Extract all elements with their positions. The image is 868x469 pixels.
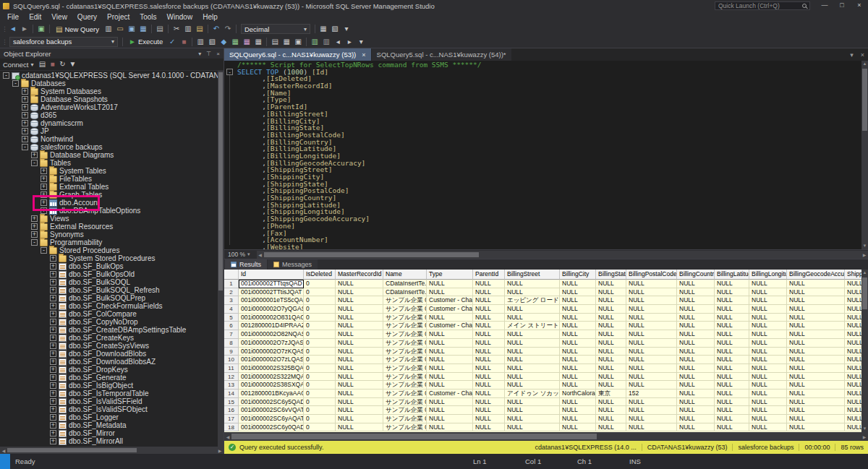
grid-cell[interactable]: NULL — [560, 423, 596, 432]
grid-cell[interactable]: NULL — [473, 339, 505, 348]
grid-cell[interactable]: NULL — [336, 280, 383, 288]
database-combo[interactable]: salesforce backups▾ — [9, 37, 118, 47]
tree-item[interactable]: +dbo.SF_CreateSysViews — [0, 342, 224, 350]
expander-icon[interactable]: + — [41, 192, 47, 198]
grid-cell[interactable]: サンプル企業 02 — [383, 373, 427, 382]
grid-cell[interactable]: NULL — [505, 280, 560, 288]
expander-icon[interactable]: + — [22, 112, 28, 119]
row-number[interactable]: 8 — [224, 339, 239, 348]
expander-icon[interactable]: + — [22, 88, 28, 95]
grid-cell[interactable]: 0 — [304, 406, 336, 415]
chevron-down-icon[interactable]: ▾ — [30, 61, 33, 68]
scrollbar-thumb[interactable] — [7, 448, 137, 452]
editor-vertical-scrollbar[interactable]: ▲ ▼ — [861, 61, 868, 249]
editor-line[interactable]: ,[Website] — [237, 244, 861, 249]
tree-item[interactable]: +dbo.SF_DownloadBlobs — [0, 350, 224, 358]
grid-cell[interactable]: NULL — [596, 406, 626, 415]
editor-line[interactable]: ,[MasterRecordId] — [237, 82, 861, 90]
grid-cell[interactable]: NULL — [596, 296, 626, 305]
grid-cell[interactable]: 0 — [304, 296, 336, 305]
toolbar-options-chevron-icon[interactable]: ▾ — [355, 36, 367, 48]
grid-cell[interactable]: NULL — [787, 398, 845, 407]
grid-cell[interactable]: NULL — [473, 381, 505, 390]
menu-file[interactable]: File — [2, 12, 24, 22]
grid-cell[interactable]: NULL — [560, 364, 596, 373]
activity-monitor-icon[interactable]: ▣ — [35, 23, 47, 35]
tree-item[interactable]: +dbo.SF_BulkOps — [0, 262, 224, 270]
disconnect-icon[interactable]: ▤ — [37, 59, 47, 70]
grid-cell[interactable]: NULL — [596, 398, 626, 407]
grid-cell[interactable]: NULL — [715, 398, 749, 407]
row-number[interactable]: 12 — [224, 373, 239, 382]
grid-cell[interactable]: NULL — [677, 348, 715, 356]
grid-cell[interactable]: NULL — [749, 423, 787, 432]
grid-cell[interactable]: NULL — [473, 406, 505, 415]
grid-cell[interactable]: NULL — [596, 305, 626, 314]
grid-cell[interactable]: NULL — [749, 364, 787, 373]
grid-cell[interactable]: NULL — [677, 296, 715, 305]
grid-cell[interactable]: NULL — [596, 330, 626, 339]
expander-icon[interactable]: - — [41, 247, 47, 254]
tree-item[interactable]: -Programmability — [0, 238, 224, 246]
restore-button[interactable]: □ — [833, 0, 851, 12]
scroll-right-arrow[interactable]: ▶ — [861, 251, 868, 259]
expander-icon[interactable]: - — [22, 144, 28, 150]
tree-item[interactable]: +Northwind — [0, 135, 224, 143]
grid-cell[interactable]: NULL — [749, 348, 787, 356]
editor-line[interactable]: ,[Name] — [237, 90, 861, 97]
grid-cell[interactable]: 001i000002TTtqsQAD — [239, 280, 304, 288]
grid-cell[interactable]: NULL — [715, 356, 749, 364]
object-explorer-vertical-scrollbar[interactable] — [218, 71, 224, 447]
grid-cell[interactable]: NULL — [473, 280, 505, 288]
editor-line[interactable]: SELECT TOP (1000) [Id] — [237, 69, 861, 76]
tree-item[interactable]: +dbo.SF_Metadata — [0, 421, 224, 429]
tree-item[interactable]: +dbo.SF_IsTemporalTable — [0, 390, 224, 397]
properties-icon[interactable]: ▧ — [329, 23, 341, 35]
expander-icon[interactable]: + — [31, 231, 38, 238]
expander-icon[interactable]: + — [22, 104, 28, 111]
grid-cell[interactable]: NULL — [336, 398, 383, 407]
grid-cell[interactable]: NULL — [427, 406, 473, 415]
grid-cell[interactable]: NULL — [336, 423, 383, 432]
chevron-down-icon[interactable]: ▾ — [111, 38, 114, 45]
column-header[interactable]: Id — [239, 270, 304, 280]
table-designer-icon[interactable]: ▦ — [318, 23, 329, 35]
grid-cell[interactable]: NULL — [473, 356, 505, 364]
grid-cell[interactable]: NULL — [505, 415, 560, 423]
expander-icon[interactable]: + — [50, 335, 56, 341]
grid-cell[interactable]: NULL — [677, 330, 715, 339]
tree-item[interactable]: +System Stored Procedures — [0, 254, 224, 262]
grid-cell[interactable]: NULL — [473, 423, 505, 432]
grid-cell[interactable]: 001i0000001eTS5cQAG — [239, 296, 304, 305]
grid-cell[interactable]: NULL — [560, 305, 596, 314]
grid-cell[interactable]: NULL — [715, 406, 749, 415]
scroll-right-arrow[interactable]: ▶ — [861, 432, 868, 441]
grid-cell[interactable]: 0 — [304, 373, 336, 382]
column-header[interactable]: BillingPostalCode — [626, 270, 677, 280]
grid-cell[interactable]: 001i0000002S38SXQAY — [239, 381, 304, 390]
grid-cell[interactable]: NULL — [427, 423, 473, 432]
column-header[interactable]: Type — [427, 270, 473, 280]
chevron-down-icon[interactable]: ▾ — [198, 51, 201, 57]
editor-line[interactable]: ,[AccountNumber] — [237, 236, 861, 244]
scroll-down-arrow[interactable]: ▼ — [861, 243, 868, 249]
expander-icon[interactable]: + — [50, 406, 56, 413]
tree-item[interactable]: +FileTables — [0, 175, 224, 183]
tree-item[interactable]: +dbo.Account — [0, 199, 224, 207]
expander-icon[interactable]: + — [41, 176, 47, 182]
grid-cell[interactable]: 152 — [626, 390, 677, 398]
grid-cell[interactable]: CDataInsertTe... — [383, 288, 427, 297]
grid-cell[interactable]: NULL — [749, 305, 787, 314]
grid-cell[interactable]: NULL — [560, 381, 596, 390]
row-number[interactable]: 10 — [224, 356, 239, 364]
grid-cell[interactable]: NULL — [715, 364, 749, 373]
grid-cell[interactable]: 0 — [304, 390, 336, 398]
row-number[interactable]: 2 — [224, 288, 239, 297]
expander-icon[interactable]: + — [22, 136, 28, 142]
grid-cell[interactable]: NULL — [596, 415, 626, 423]
grid-cell[interactable]: NULL — [336, 288, 383, 297]
grid-cell[interactable]: 001i0000002O82NQAS — [239, 330, 304, 339]
tree-item[interactable]: +Views — [0, 215, 224, 223]
grid-cell[interactable]: NULL — [787, 314, 845, 322]
grid-cell[interactable]: NULL — [677, 390, 715, 398]
